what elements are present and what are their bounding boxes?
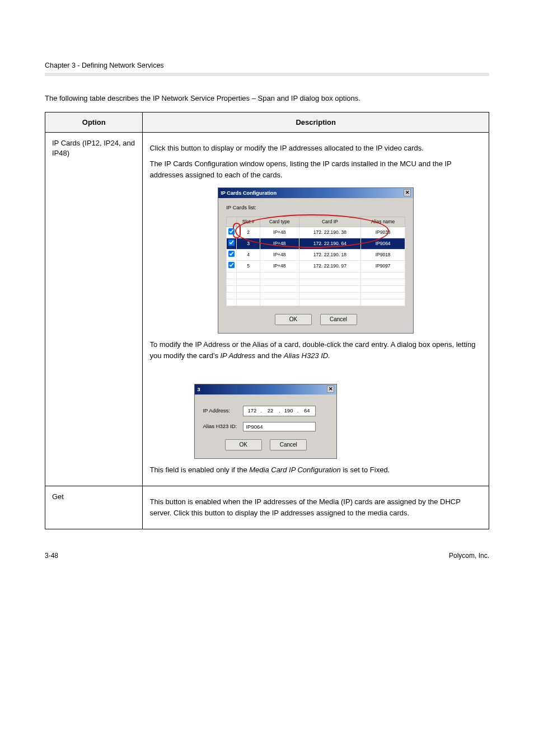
- grid-row-checkbox[interactable]: [228, 262, 235, 268]
- grid-cell: 172. 22.190. 18: [299, 250, 360, 261]
- ip-address-label: IP Address:: [203, 407, 237, 415]
- cancel-button[interactable]: Cancel: [270, 439, 307, 450]
- table-row: IP Cards (IP12, IP24, and IP48) Click th…: [45, 132, 489, 486]
- close-icon[interactable]: ✕: [327, 386, 334, 393]
- column-header-description: Description: [143, 112, 489, 132]
- dialog-title-text: IP Cards Configuration: [221, 189, 277, 197]
- grid-cell: IP+48: [260, 227, 299, 238]
- column-header-option: Option: [45, 112, 143, 132]
- edit-card-dialog: 3 ✕ IP Address: 172.22.190.64 A: [194, 384, 337, 459]
- ip-address-input[interactable]: 172.22.190.64: [243, 406, 316, 416]
- grid-cell: 5: [237, 261, 260, 272]
- desc-paragraph: This field is enabled only if the Media …: [149, 464, 482, 476]
- header-divider: [45, 73, 489, 76]
- grid-cell: 172. 22.190. 64: [299, 238, 360, 249]
- grid-cell: IP9038: [361, 227, 405, 238]
- desc-paragraph: Click this button to display or modify t…: [149, 143, 482, 154]
- description-cell-get: This button is enabled when the IP addre…: [143, 486, 489, 529]
- alias-id-label: Alias H323 ID:: [203, 422, 237, 431]
- close-icon[interactable]: ✕: [404, 189, 411, 196]
- dialog-title-text: 3: [197, 386, 200, 393]
- grid-cell: IP9018: [361, 250, 405, 261]
- footer-company: Polycom, Inc.: [449, 552, 489, 560]
- desc-paragraph: This button is enabled when the IP addre…: [149, 496, 482, 519]
- cancel-button[interactable]: Cancel: [320, 314, 357, 325]
- grid-cell: IP9064: [361, 238, 405, 249]
- grid-cell: IP9097: [361, 261, 405, 272]
- grid-row[interactable]: 3 IP+48 172. 22.190. 64 IP9064: [227, 238, 405, 249]
- grid-cell: IP+48: [260, 250, 299, 261]
- grid-row-checkbox[interactable]: [228, 251, 235, 257]
- grid-header-ip: Card IP: [299, 217, 360, 227]
- grid-row[interactable]: 5 IP+48 172. 22.190. 97 IP9097: [227, 261, 405, 272]
- grid-cell: IP+48: [260, 238, 299, 249]
- grid-cell: 3: [237, 238, 260, 249]
- grid-cell: 172. 22.190. 38: [299, 227, 360, 238]
- grid-row-checkbox[interactable]: [228, 228, 235, 234]
- grid-header-alias: Alias name: [361, 217, 405, 227]
- chapter-line: Chapter 3 - Defining Network Services: [45, 62, 489, 69]
- dialog-titlebar: IP Cards Configuration ✕: [218, 188, 413, 198]
- desc-paragraph: To modify the IP Address or the Alias of…: [149, 339, 482, 361]
- option-cell-get: Get: [45, 486, 143, 529]
- intro-paragraph: The following table describes the IP Net…: [45, 93, 489, 104]
- grid-row[interactable]: 2 IP+48 172. 22.190. 38 IP9038: [227, 227, 405, 238]
- grid-cell: 172. 22.190. 97: [299, 261, 360, 272]
- option-cell-ip-cards: IP Cards (IP12, IP24, and IP48): [45, 132, 143, 486]
- description-cell-ip-cards: Click this button to display or modify t…: [143, 132, 489, 486]
- grid-header-type: Card type: [260, 217, 299, 227]
- ok-button[interactable]: OK: [225, 439, 262, 450]
- page-number: 3-48: [45, 552, 58, 560]
- ok-button[interactable]: OK: [275, 314, 312, 325]
- desc-paragraph: The IP Cards Configuration window opens,…: [149, 158, 482, 181]
- table-row: Get This button is enabled when the IP a…: [45, 486, 489, 529]
- ip-cards-list-label: IP Cards list:: [226, 204, 405, 212]
- options-table: Option Description IP Cards (IP12, IP24,…: [45, 112, 489, 529]
- grid-cell: 2: [237, 227, 260, 238]
- grid-header-slot: Slot #: [237, 217, 260, 227]
- ip-cards-grid[interactable]: Slot # Card type Card IP Alias name 2 IP…: [226, 217, 405, 306]
- grid-cell: IP+48: [260, 261, 299, 272]
- grid-row[interactable]: 4 IP+48 172. 22.190. 18 IP9018: [227, 250, 405, 261]
- ip-cards-config-dialog: IP Cards Configuration ✕ IP Cards list:: [218, 187, 414, 334]
- alias-id-input[interactable]: [243, 422, 316, 431]
- dialog-titlebar: 3 ✕: [195, 384, 336, 395]
- grid-row-checkbox[interactable]: [228, 240, 235, 246]
- grid-cell: 4: [237, 250, 260, 261]
